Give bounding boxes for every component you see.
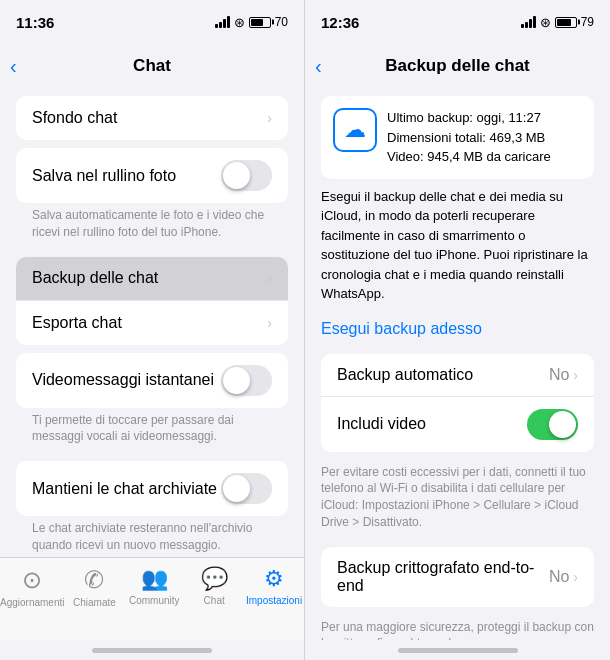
- crittografato-row[interactable]: Backup crittografato end-to-end No ›: [321, 547, 594, 607]
- group-backup-settings: Backup automatico No › Includi video: [321, 354, 594, 452]
- section-archiviate: Mantieni le chat archiviate Le chat arch…: [0, 461, 304, 557]
- group-sfondo: Sfondo chat ›: [16, 96, 288, 140]
- section-backup-esporta: Backup delle chat › Esporta chat ›: [0, 257, 304, 345]
- esegui-backup-label: Esegui backup adesso: [321, 320, 482, 337]
- rullino-label: Salva nel rullino foto: [32, 167, 221, 185]
- time-left: 11:36: [16, 14, 54, 31]
- back-button-right[interactable]: ‹: [315, 56, 322, 76]
- chat-label: Chat: [204, 595, 225, 606]
- nav-bar-right: ‹ Backup delle chat: [305, 44, 610, 88]
- archiviate-item[interactable]: Mantieni le chat archiviate: [16, 461, 288, 516]
- videomessaggi-label: Videomessaggi istantanei: [32, 371, 221, 389]
- sfondo-chat-item[interactable]: Sfondo chat ›: [16, 96, 288, 140]
- rullino-sublabel: Salva automaticamente le foto e i video …: [16, 207, 288, 249]
- crittografato-value: No ›: [549, 568, 578, 586]
- tab-chat[interactable]: 💬 Chat: [184, 566, 244, 606]
- rullino-toggle-thumb: [223, 162, 250, 189]
- crittografato-note: Per una maggiore sicurezza, proteggi il …: [305, 615, 610, 640]
- includi-video-row[interactable]: Includi video: [321, 397, 594, 452]
- esporta-chevron-icon: ›: [267, 315, 272, 331]
- backup-auto-row[interactable]: Backup automatico No ›: [321, 354, 594, 397]
- group-backup-esporta: Backup delle chat › Esporta chat ›: [16, 257, 288, 345]
- backup-right: ›: [267, 270, 272, 286]
- backup-chevron-icon: ›: [267, 270, 272, 286]
- battery-icon-right: [555, 17, 577, 28]
- tab-community[interactable]: 👥 Community: [124, 566, 184, 606]
- aggiornamenti-label: Aggiornamenti: [0, 597, 64, 608]
- esporta-item[interactable]: Esporta chat ›: [16, 301, 288, 345]
- cloud-icon: ☁: [344, 117, 366, 143]
- group-rullino: Salva nel rullino foto: [16, 148, 288, 203]
- archiviate-label: Mantieni le chat archiviate: [32, 480, 221, 498]
- back-button-left[interactable]: ‹: [10, 56, 17, 76]
- tab-aggiornamenti[interactable]: ⊙ Aggiornamenti: [0, 566, 64, 608]
- signal-icon: [215, 16, 230, 28]
- left-scroll-content: Sfondo chat › Salva nel rullino foto Sal…: [0, 88, 304, 557]
- group-archiviate: Mantieni le chat archiviate: [16, 461, 288, 516]
- section-rullino: Salva nel rullino foto Salva automaticam…: [0, 148, 304, 249]
- home-bar-right: [398, 648, 518, 653]
- tab-impostazioni[interactable]: ⚙ Impostazioni: [244, 566, 304, 606]
- chevron-left-icon: ‹: [10, 56, 17, 76]
- backup-video-text: Video: 945,4 MB da caricare: [387, 147, 551, 167]
- chiamate-icon: ✆: [84, 566, 104, 594]
- backup-auto-value: No ›: [549, 366, 578, 384]
- sfondo-right: ›: [267, 110, 272, 126]
- videomessaggi-item[interactable]: Videomessaggi istantanei: [16, 353, 288, 408]
- community-icon: 👥: [141, 566, 168, 592]
- group-videomessaggi: Videomessaggi istantanei: [16, 353, 288, 408]
- archiviate-toggle[interactable]: [221, 473, 272, 504]
- crittografato-val: No: [549, 568, 569, 586]
- videomessaggi-toggle-thumb: [223, 367, 250, 394]
- status-bar-right: 12:36 ⊛ 79: [305, 0, 610, 44]
- home-indicator-left: [0, 640, 304, 660]
- backup-auto-label: Backup automatico: [337, 366, 473, 384]
- wifi-icon-right: ⊛: [540, 15, 551, 30]
- page-title-left: Chat: [133, 56, 171, 76]
- backup-auto-chevron: ›: [573, 367, 578, 383]
- backup-size-text: Dimensioni totali: 469,3 MB: [387, 128, 551, 148]
- signal-icon-right: [521, 16, 536, 28]
- videomessaggi-sublabel: Ti permette di toccare per passare dai m…: [16, 412, 288, 454]
- home-bar-left: [92, 648, 212, 653]
- esporta-label: Esporta chat: [32, 314, 267, 332]
- backup-card-text: Ultimo backup: oggi, 11:27 Dimensioni to…: [387, 108, 551, 167]
- backup-info-card: ☁ Ultimo backup: oggi, 11:27 Dimensioni …: [321, 96, 594, 179]
- right-scroll-content: ☁ Ultimo backup: oggi, 11:27 Dimensioni …: [305, 88, 610, 640]
- left-panel: 11:36 ⊛ 70 ‹ Chat Sfondo cha: [0, 0, 305, 660]
- esporta-right: ›: [267, 315, 272, 331]
- battery-pct-left: 70: [275, 15, 288, 29]
- backup-description: Esegui il backup delle chat e dei media …: [305, 187, 610, 312]
- includi-video-toggle[interactable]: [527, 409, 578, 440]
- crittografato-chevron: ›: [573, 569, 578, 585]
- esegui-backup-link[interactable]: Esegui backup adesso: [305, 312, 610, 346]
- cloud-icon-wrapper: ☁: [333, 108, 377, 152]
- battery-icon-left: [249, 17, 271, 28]
- backup-item[interactable]: Backup delle chat ›: [16, 257, 288, 301]
- includi-video-label: Includi video: [337, 415, 426, 433]
- chevron-right-icon: ›: [267, 110, 272, 126]
- crittografato-label: Backup crittografato end-to-end: [337, 559, 549, 595]
- archiviate-toggle-thumb: [223, 475, 250, 502]
- impostazioni-label: Impostazioni: [246, 595, 302, 606]
- includi-video-thumb: [549, 411, 576, 438]
- rullino-item[interactable]: Salva nel rullino foto: [16, 148, 288, 203]
- home-indicator-right: [305, 640, 610, 660]
- time-right: 12:36: [321, 14, 359, 31]
- videomessaggi-toggle[interactable]: [221, 365, 272, 396]
- status-icons-left: ⊛ 70: [215, 15, 288, 30]
- nav-bar-left: ‹ Chat: [0, 44, 304, 88]
- tab-chiamate[interactable]: ✆ Chiamate: [64, 566, 124, 608]
- chiamate-label: Chiamate: [73, 597, 116, 608]
- backup-crittografato-group: Backup crittografato end-to-end No › Per…: [305, 547, 610, 640]
- group-crittografato: Backup crittografato end-to-end No ›: [321, 547, 594, 607]
- backup-label: Backup delle chat: [32, 269, 267, 287]
- status-bar-left: 11:36 ⊛ 70: [0, 0, 304, 44]
- wifi-icon: ⊛: [234, 15, 245, 30]
- section-videomessaggi: Videomessaggi istantanei Ti permette di …: [0, 353, 304, 454]
- battery-pct-right: 79: [581, 15, 594, 29]
- rullino-toggle[interactable]: [221, 160, 272, 191]
- aggiornamenti-icon: ⊙: [22, 566, 42, 594]
- page-title-right: Backup delle chat: [385, 56, 530, 76]
- status-icons-right: ⊛ 79: [521, 15, 594, 30]
